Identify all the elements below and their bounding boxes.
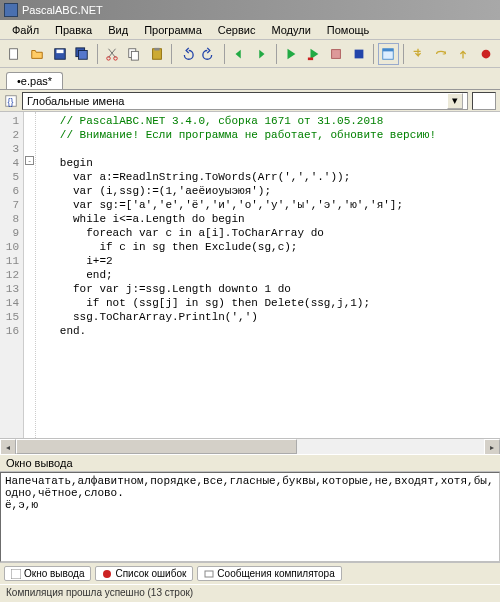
svg-rect-13 bbox=[354, 49, 363, 58]
toolbar-separator bbox=[276, 44, 277, 64]
svg-rect-15 bbox=[383, 48, 394, 51]
svg-rect-0 bbox=[10, 48, 18, 59]
output-panel-title: Окно вывода bbox=[0, 454, 500, 472]
step-out-button[interactable] bbox=[453, 43, 474, 65]
menu-file[interactable]: Файл bbox=[4, 22, 47, 38]
toolbar-separator bbox=[224, 44, 225, 64]
scope-label: Глобальные имена bbox=[27, 95, 125, 107]
editor-horizontal-scrollbar[interactable]: ◂ ▸ bbox=[0, 438, 500, 454]
scope-icon: {} bbox=[4, 94, 18, 108]
scroll-thumb[interactable] bbox=[16, 439, 297, 454]
cut-button[interactable] bbox=[101, 43, 122, 65]
error-icon bbox=[102, 569, 112, 579]
window-title: PascalABC.NET bbox=[22, 4, 103, 16]
redo-button[interactable] bbox=[199, 43, 220, 65]
breakpoint-button[interactable] bbox=[476, 43, 497, 65]
svg-rect-19 bbox=[11, 569, 21, 579]
svg-point-20 bbox=[103, 570, 111, 578]
toolbar-separator bbox=[403, 44, 404, 64]
menu-service[interactable]: Сервис bbox=[210, 22, 264, 38]
copy-button[interactable] bbox=[124, 43, 145, 65]
step-back-button[interactable] bbox=[228, 43, 249, 65]
fold-toggle-icon[interactable]: - bbox=[25, 156, 34, 165]
svg-text:{}: {} bbox=[8, 96, 14, 106]
tab-output[interactable]: Окно вывода bbox=[4, 566, 91, 581]
save-all-button[interactable] bbox=[72, 43, 93, 65]
tab-compiler-messages[interactable]: Сообщения компилятора bbox=[197, 566, 341, 581]
svg-rect-2 bbox=[56, 49, 63, 53]
tab-errors[interactable]: Список ошибок bbox=[95, 566, 193, 581]
tab-errors-label: Список ошибок bbox=[115, 568, 186, 579]
svg-rect-21 bbox=[205, 571, 213, 577]
statusbar: Компиляция прошла успешно (13 строк) bbox=[0, 584, 500, 602]
output-panel[interactable]: Напечатать,алфавитном,порядке,все,гласны… bbox=[0, 472, 500, 562]
tab-messages-label: Сообщения компилятора bbox=[217, 568, 334, 579]
window-titlebar: PascalABC.NET bbox=[0, 0, 500, 20]
svg-point-16 bbox=[481, 49, 490, 58]
member-selector[interactable] bbox=[472, 92, 496, 110]
menubar: Файл Правка Вид Программа Сервис Модули … bbox=[0, 20, 500, 40]
line-gutter: 12345678910111213141516 bbox=[0, 112, 24, 438]
svg-rect-12 bbox=[332, 49, 341, 58]
menu-modules[interactable]: Модули bbox=[263, 22, 318, 38]
output-icon bbox=[11, 569, 21, 579]
step-forward-button[interactable] bbox=[251, 43, 272, 65]
svg-rect-4 bbox=[79, 50, 88, 59]
menu-help[interactable]: Помощь bbox=[319, 22, 378, 38]
bottom-tabbar: Окно вывода Список ошибок Сообщения комп… bbox=[0, 562, 500, 584]
undo-button[interactable] bbox=[176, 43, 197, 65]
paste-button[interactable] bbox=[147, 43, 168, 65]
toolbar-separator bbox=[373, 44, 374, 64]
new-button[interactable] bbox=[4, 43, 25, 65]
open-button[interactable] bbox=[27, 43, 48, 65]
form-designer-button[interactable] bbox=[378, 43, 399, 65]
menu-edit[interactable]: Правка bbox=[47, 22, 100, 38]
code-content[interactable]: // PascalABC.NET 3.4.0, сборка 1671 от 3… bbox=[36, 112, 500, 438]
menu-view[interactable]: Вид bbox=[100, 22, 136, 38]
toolbar-separator bbox=[171, 44, 172, 64]
menu-program[interactable]: Программа bbox=[136, 22, 210, 38]
svg-rect-10 bbox=[154, 47, 159, 50]
fold-gutter: - bbox=[24, 112, 36, 438]
svg-rect-8 bbox=[132, 51, 139, 60]
code-editor[interactable]: 12345678910111213141516 - // PascalABC.N… bbox=[0, 112, 500, 438]
save-button[interactable] bbox=[49, 43, 70, 65]
end-button[interactable] bbox=[349, 43, 370, 65]
stop-button[interactable] bbox=[326, 43, 347, 65]
app-icon bbox=[4, 3, 18, 17]
svg-rect-11 bbox=[307, 57, 312, 60]
toolbar bbox=[0, 40, 500, 68]
step-over-button[interactable] bbox=[430, 43, 451, 65]
scope-bar: {} Глобальные имена ▾ bbox=[0, 90, 500, 112]
message-icon bbox=[204, 569, 214, 579]
scope-selector[interactable]: Глобальные имена ▾ bbox=[22, 92, 468, 110]
scope-dropdown-icon: ▾ bbox=[447, 93, 463, 109]
scroll-right-icon[interactable]: ▸ bbox=[484, 439, 500, 455]
document-tab[interactable]: •e.pas* bbox=[6, 72, 63, 89]
toolbar-separator bbox=[97, 44, 98, 64]
run-button[interactable] bbox=[281, 43, 302, 65]
document-tabbar: •e.pas* bbox=[0, 68, 500, 90]
tab-output-label: Окно вывода bbox=[24, 568, 84, 579]
scroll-track[interactable] bbox=[16, 439, 484, 454]
step-into-button[interactable] bbox=[408, 43, 429, 65]
run-debug-button[interactable] bbox=[303, 43, 324, 65]
scroll-left-icon[interactable]: ◂ bbox=[0, 439, 16, 455]
